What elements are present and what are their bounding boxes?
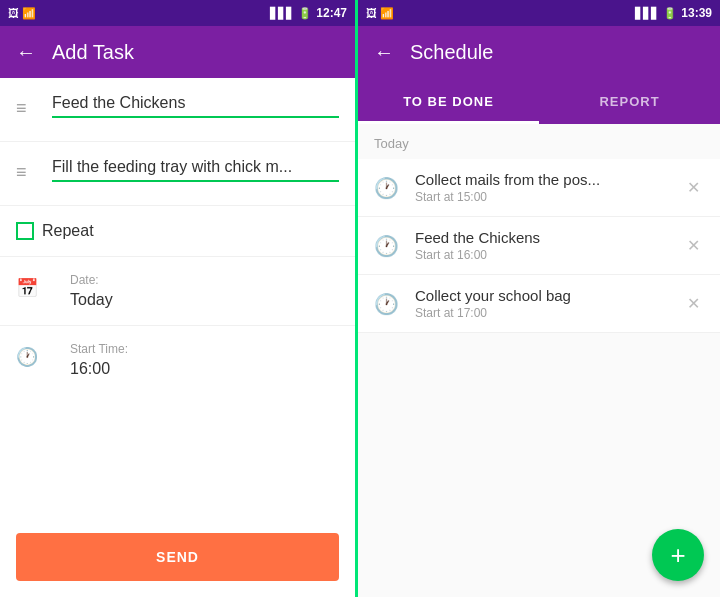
repeat-checkbox-wrapper[interactable]: Repeat (16, 222, 94, 240)
today-section-header: Today (358, 124, 720, 159)
title-field-icon: ≡ (16, 98, 36, 119)
right-time: 13:39 (681, 6, 712, 20)
right-wrapper: 🖼 📶 ▋▋▋ 🔋 13:39 ← Schedule TO BE DONE RE… (358, 0, 720, 597)
task-details-2: Feed the Chickens Start at 16:00 (415, 229, 683, 262)
left-time: 12:47 (316, 6, 347, 20)
time-field-content: Start Time: 16:00 (70, 342, 339, 378)
title-field-row: ≡ (0, 78, 355, 142)
desc-field-content (52, 158, 339, 182)
task-details-3: Collect your school bag Start at 17:00 (415, 287, 683, 320)
tab-to-be-done[interactable]: TO BE DONE (358, 78, 539, 124)
desc-field-icon: ≡ (16, 162, 36, 183)
right-signal-icon: ▋▋▋ (635, 7, 659, 20)
right-wifi-icon: 📶 (380, 7, 394, 20)
repeat-row: Repeat (0, 206, 355, 257)
left-status-bar: 🖼 📶 ▋▋▋ 🔋 12:47 (0, 0, 355, 26)
task-title-1: Collect mails from the pos... (415, 171, 683, 188)
list-item: 🕐 Feed the Chickens Start at 16:00 ✕ (358, 217, 720, 275)
list-item: 🕐 Collect mails from the pos... Start at… (358, 159, 720, 217)
date-field-content: Date: Today (70, 273, 339, 309)
clock-icon: 🕐 (16, 346, 38, 368)
calendar-icon: 📅 (16, 277, 38, 299)
fab-add-button[interactable]: + (652, 529, 704, 581)
time-value[interactable]: 16:00 (70, 360, 339, 378)
right-app-bar: ← Schedule (358, 26, 720, 78)
task-time-3: Start at 17:00 (415, 306, 683, 320)
date-label: Date: (70, 273, 339, 287)
task-title-2: Feed the Chickens (415, 229, 683, 246)
repeat-checkbox[interactable] (16, 222, 34, 240)
right-back-button[interactable]: ← (374, 41, 394, 64)
send-button[interactable]: SEND (16, 533, 339, 581)
task-title-input[interactable] (52, 94, 339, 118)
left-panel: 🖼 📶 ▋▋▋ 🔋 12:47 ← Add Task ≡ ≡ (0, 0, 358, 597)
right-title: Schedule (410, 41, 493, 64)
battery-icon: 🔋 (298, 7, 312, 20)
repeat-label: Repeat (42, 222, 94, 240)
task-details-1: Collect mails from the pos... Start at 1… (415, 171, 683, 204)
left-title: Add Task (52, 41, 134, 64)
time-row: 🕐 Start Time: 16:00 (0, 326, 355, 394)
task-close-2[interactable]: ✕ (683, 232, 704, 259)
date-value[interactable]: Today (70, 291, 339, 309)
list-item: 🕐 Collect your school bag Start at 17:00… (358, 275, 720, 333)
right-status-icons: 🖼 📶 (366, 7, 394, 20)
photo-icon: 🖼 (8, 7, 19, 19)
task-time-1: Start at 15:00 (415, 190, 683, 204)
tab-to-be-done-label: TO BE DONE (403, 94, 494, 109)
signal-icon: ▋▋▋ (270, 7, 294, 20)
date-row: 📅 Date: Today (0, 257, 355, 326)
right-status-bar: 🖼 📶 ▋▋▋ 🔋 13:39 (358, 0, 720, 26)
tab-report-label: REPORT (599, 94, 659, 109)
desc-field-row: ≡ (0, 142, 355, 206)
right-photo-icon: 🖼 (366, 7, 377, 19)
right-status-right: ▋▋▋ 🔋 13:39 (635, 6, 712, 20)
tab-report[interactable]: REPORT (539, 78, 720, 124)
wifi-icon: 📶 (22, 7, 36, 20)
task-clock-icon-3: 🕐 (374, 292, 399, 316)
task-clock-icon-2: 🕐 (374, 234, 399, 258)
left-status-icons: 🖼 📶 (8, 7, 36, 20)
tabs-bar: TO BE DONE REPORT (358, 78, 720, 124)
time-label: Start Time: (70, 342, 339, 356)
task-title-3: Collect your school bag (415, 287, 683, 304)
right-panel: 🖼 📶 ▋▋▋ 🔋 13:39 ← Schedule TO BE DONE RE… (358, 0, 720, 597)
task-close-3[interactable]: ✕ (683, 290, 704, 317)
left-status-right: ▋▋▋ 🔋 12:47 (270, 6, 347, 20)
left-back-button[interactable]: ← (16, 41, 36, 64)
task-close-1[interactable]: ✕ (683, 174, 704, 201)
task-time-2: Start at 16:00 (415, 248, 683, 262)
schedule-content: Today 🕐 Collect mails from the pos... St… (358, 124, 720, 597)
right-battery-icon: 🔋 (663, 7, 677, 20)
left-app-bar: ← Add Task (0, 26, 355, 78)
add-task-form: ≡ ≡ Repeat 📅 Date: Today (0, 78, 355, 517)
send-button-container: SEND (0, 517, 355, 597)
title-field-content (52, 94, 339, 118)
task-clock-icon-1: 🕐 (374, 176, 399, 200)
task-desc-input[interactable] (52, 158, 339, 182)
